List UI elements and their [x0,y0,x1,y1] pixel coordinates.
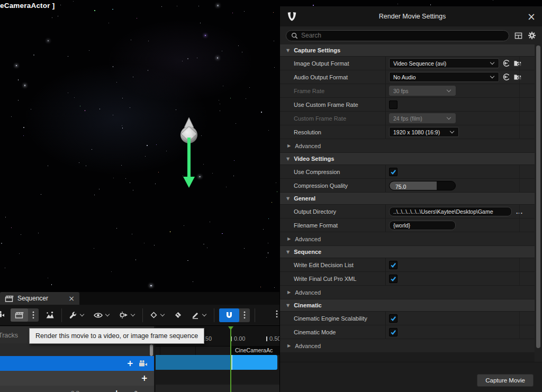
camera-cut-section-dim[interactable] [156,355,231,370]
track-row-subtrack[interactable]: + [0,371,154,386]
setting-value: No Audio [386,70,535,84]
add-section-icon[interactable]: + [127,360,133,368]
text-field-output-directory[interactable]: ..\..\..\..\..\..\Users\Kaytee\Desktop\G… [389,207,512,216]
use-selected-asset-icon[interactable] [502,59,510,67]
camera-cut-section-bright[interactable] [231,355,277,370]
timeline-bottom-row[interactable] [156,385,279,392]
category-header-capture-settings[interactable]: ▼Capture Settings [280,44,535,57]
search-input[interactable] [301,32,504,39]
key-navigation-icons[interactable]: ← 0 → [125,390,148,392]
search-box[interactable] [286,30,509,41]
edit-options-button[interactable] [189,308,209,322]
browse-asset-icon[interactable] [513,73,522,81]
star [212,173,213,174]
tab-close-icon[interactable]: × [68,295,75,302]
star [274,41,274,41]
category-header-sequence[interactable]: ▼Sequence [280,246,535,258]
snap-options-icon[interactable] [239,308,250,322]
render-movie-button[interactable] [11,308,39,322]
use-selected-asset-icon[interactable] [502,73,510,81]
advanced-expander[interactable]: ▶Advanced [280,286,535,299]
tab-sequencer[interactable]: Sequencer × [0,292,79,305]
camera-actor-gizmo[interactable] [173,115,205,189]
checkbox-cinematic-mode[interactable] [389,328,398,336]
camera-track-icon[interactable] [139,360,148,367]
add-key-icon[interactable]: + [141,375,148,382]
browse-asset-icon[interactable] [513,59,522,67]
checkbox-use-custom-frame-rate[interactable] [389,101,398,109]
category-header-cinematic[interactable]: ▼Cinematic [280,299,535,312]
magnet-icon[interactable] [219,308,239,322]
playback-options-button[interactable] [117,308,138,322]
checkbox-write-final-cut-pro-xml[interactable] [389,275,398,283]
checkbox-cinematic-engine-scalability[interactable] [389,314,398,323]
checkbox-write-edit-decision-list[interactable] [389,261,398,269]
timeline-row[interactable] [156,370,279,385]
dropdown-frame-rate[interactable]: 30 fps [389,86,456,96]
playhead-line[interactable] [230,326,231,392]
capture-movie-button[interactable]: Capture Movie [477,374,534,387]
advanced-expander[interactable]: ▶Advanced [280,139,535,153]
track-row-property[interactable]: 2.8 + ← 0 → [0,386,154,392]
column-divider [519,125,520,139]
star [242,52,242,52]
category-header-general[interactable]: ▼General [280,193,535,205]
star [133,190,133,190]
create-camera-button[interactable] [43,308,57,322]
view-options-button[interactable] [92,309,112,321]
search-icon [291,32,298,39]
render-movie-icon[interactable] [11,308,28,322]
column-divider [519,98,520,111]
dropdown-custom-frame-rate[interactable]: 24 fps (film) [389,113,456,123]
track-list-scrollbar[interactable] [150,344,153,356]
move-gizmo-arrow[interactable] [183,138,195,188]
setting-row-cinematic-engine-scalability: Cinematic Engine Scalability [280,312,535,325]
toolbar-clipped-item[interactable] [276,310,279,320]
nebula [101,16,259,106]
star [154,245,155,245]
star [249,87,250,88]
checkbox-use-compression[interactable] [389,168,398,176]
star [11,116,12,117]
dialog-close-icon[interactable]: × [527,12,536,22]
text-field-filename-format[interactable]: {world} [389,221,456,230]
tracks-label: Tracks [0,332,18,339]
star [112,9,113,10]
settings-button[interactable] [67,308,87,322]
star [203,244,204,245]
render-movie-settings-dialog: Render Movie Settings × ▼Capture Setting… [279,6,542,392]
edit-options-button-icon [191,311,200,320]
dropdown-resolution[interactable]: 1920 x 1080 (16:9) [389,127,459,137]
keyframe-options-button-icon [150,311,158,319]
category-header-video-settings[interactable]: ▼Video Settings [280,153,535,165]
star [244,248,245,249]
render-movie-options-icon[interactable] [28,308,39,322]
star [244,11,245,12]
column-view-icon[interactable] [514,32,522,40]
track-row-cinecamera-selected[interactable]: + [0,356,154,371]
track-row-header[interactable] [0,343,154,356]
setting-label: Custom Frame Rate [280,112,386,125]
gear-icon[interactable] [528,31,536,40]
keyframe-options-button[interactable] [148,308,167,322]
advanced-expander[interactable]: ▶Advanced [280,232,535,246]
add-key-icon[interactable]: + [113,389,120,392]
snap-button[interactable] [219,308,250,322]
slider-compression-quality[interactable]: 75.0 [389,181,456,190]
chevron-down-icon [202,312,206,316]
star [161,6,162,7]
camera-cut-icon[interactable] [0,311,6,320]
dropdown-image-output-format[interactable]: Video Sequence (avi) [389,58,499,68]
tooltip: Render this movie to a video, or image f… [29,328,204,344]
setting-label: Frame Rate [280,84,386,97]
setting-row-use-custom-frame-rate: Use Custom Frame Rate [280,98,535,112]
create-camera-button-icon [46,311,55,319]
dialog-scrollbar-thumb[interactable] [536,45,540,348]
star [74,97,75,98]
dialog-title-bar[interactable]: Render Movie Settings × [280,6,542,26]
dropdown-audio-output-format[interactable]: No Audio [389,72,499,82]
advanced-expander[interactable]: ▶Advanced [280,339,535,353]
auto-key-button[interactable] [172,308,184,322]
dialog-title: Render Movie Settings [297,13,527,20]
setting-row-image-output-format: Image Output FormatVideo Sequence (avi) [280,57,535,70]
